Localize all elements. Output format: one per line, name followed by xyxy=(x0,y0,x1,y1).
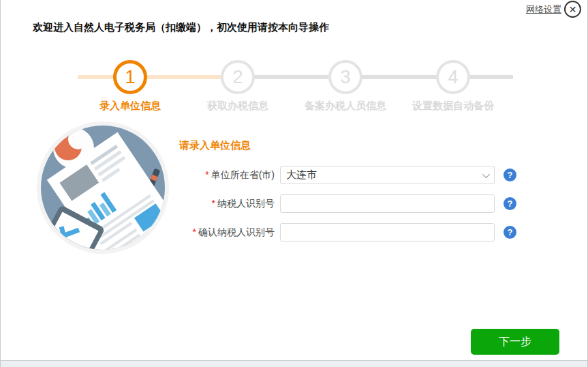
stepper-track-active xyxy=(78,75,226,79)
page-title: 欢迎进入自然人电子税务局（扣缴端），初次使用请按本向导操作 xyxy=(33,21,329,34)
province-help-icon[interactable]: ? xyxy=(504,168,516,181)
next-step-button[interactable]: 下一步 xyxy=(471,329,559,355)
confirm-taxpayer-id-label: *确认纳税人识别号 xyxy=(179,226,275,239)
form-row-taxpayer-id: *纳税人识别号 ? xyxy=(179,194,516,213)
confirm-taxpayer-id-help-icon[interactable]: ? xyxy=(504,226,516,239)
required-mark: * xyxy=(205,169,208,180)
province-label: *单位所在省(市) xyxy=(179,169,275,181)
step-4-circle: 4 xyxy=(436,60,470,94)
required-mark: * xyxy=(193,226,196,237)
setup-wizard-window: 网络设置 ✕ 欢迎进入自然人电子税务局（扣缴端），初次使用请按本向导操作 1 2… xyxy=(0,0,588,367)
chevron-down-icon xyxy=(482,171,490,178)
province-select-value: 大连市 xyxy=(286,168,317,181)
taxpayer-id-field-box xyxy=(280,194,495,213)
taxpayer-id-input[interactable] xyxy=(281,195,494,212)
window-bottom-edge xyxy=(1,360,587,367)
confirm-taxpayer-id-field-box xyxy=(280,223,495,241)
step-1-circle: 1 xyxy=(113,60,147,94)
confirm-taxpayer-id-input[interactable] xyxy=(281,224,494,241)
network-settings-link[interactable]: 网络设置 xyxy=(526,3,561,16)
step-2-circle: 2 xyxy=(221,60,255,94)
form-heading: 请录入单位信息 xyxy=(179,139,251,152)
step-3-circle: 3 xyxy=(328,60,362,94)
close-icon[interactable]: ✕ xyxy=(564,1,581,18)
taxpayer-id-help-icon[interactable]: ? xyxy=(504,197,516,210)
step-4-label: 设置数据自动备份 xyxy=(385,100,521,113)
form-row-province: *单位所在省(市) 大连市 ? xyxy=(179,166,516,184)
form: *单位所在省(市) 大连市 ? *纳税人识别号 ? *确认纳税人识别号 xyxy=(179,166,516,252)
province-select[interactable]: 大连市 xyxy=(280,166,495,184)
documents-illustration xyxy=(36,121,170,254)
taxpayer-id-label: *纳税人识别号 xyxy=(179,198,275,210)
form-row-confirm-taxpayer-id: *确认纳税人识别号 ? xyxy=(179,223,516,241)
required-mark: * xyxy=(212,198,215,209)
